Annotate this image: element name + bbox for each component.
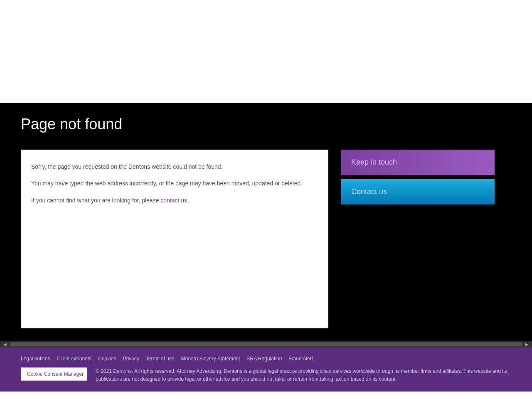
keep-in-touch-button[interactable]: Keep in touch [341,150,495,175]
main-section: Page not found Sorry, the page you reque… [0,103,532,341]
cookie-consent-button[interactable]: Cookie Consent Manager [21,367,87,381]
content-line-3: If you cannot find what you are looking … [31,196,318,205]
footer-link-client-extranets[interactable]: Client extranets [57,356,91,362]
header-area [0,0,532,103]
footer-link-cookies[interactable]: Cookies [98,356,116,362]
footer: Legal notices Client extranets Cookies P… [0,347,532,392]
content-line-2: You may have typed the web address incor… [31,179,318,188]
content-columns: Sorry, the page you requested on the Den… [21,150,511,328]
footer-link-fraud-alert[interactable]: Fraud Alert [288,356,313,362]
content-line-3-suffix: . [187,197,189,204]
scroll-right-arrow[interactable]: ▶ [524,341,530,347]
contact-us-button[interactable]: Contact us [341,179,495,204]
content-box: Sorry, the page you requested on the Den… [21,150,328,328]
footer-link-sra-regulation[interactable]: SRA Regulation [247,356,282,362]
footer-links: Legal notices Client extranets Cookies P… [21,356,511,362]
scroll-track[interactable] [10,342,522,346]
footer-link-modern-slavery-statement[interactable]: Modern Slavery Statement [181,356,240,362]
content-line-1: Sorry, the page you requested on the Den… [31,162,318,171]
title-row: Page not found [21,116,511,141]
footer-bottom: Cookie Consent Manager © 2021 Dentons. A… [21,367,511,383]
content-line-3-prefix: If you cannot find what you are looking … [31,197,160,204]
scrollbar-area[interactable]: ◀ ▶ [0,341,532,347]
footer-link-legal-notices[interactable]: Legal notices [21,356,50,362]
footer-link-privacy[interactable]: Privacy [123,356,139,362]
sidebar: Keep in touch Contact us [341,150,495,328]
contact-us-inline-link[interactable]: contact us [160,197,187,204]
main-content-wrapper: Page not found Sorry, the page you reque… [21,116,511,328]
footer-disclaimer: © 2021 Dentons. All rights reserved. Att… [96,367,511,383]
page-title: Page not found [21,116,511,133]
footer-link-terms-of-use[interactable]: Terms of use [146,356,175,362]
scroll-left-arrow[interactable]: ◀ [2,341,8,347]
